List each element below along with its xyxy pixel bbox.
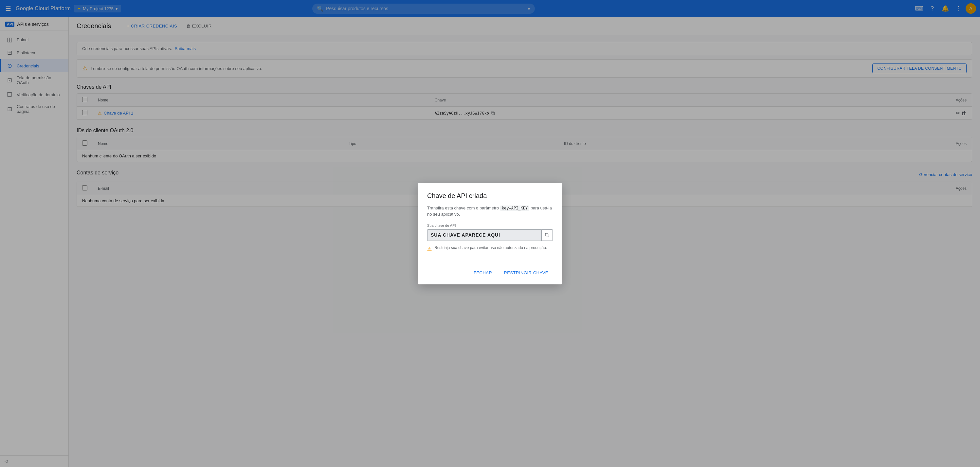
modal-actions: FECHAR RESTRINGIR CHAVE: [418, 268, 562, 284]
restrict-warning-text: Restrinja sua chave para evitar uso não …: [434, 245, 547, 250]
api-key-field-label: Sua chave de API: [427, 224, 553, 227]
copy-api-key-button[interactable]: ⧉: [541, 230, 552, 241]
restrict-key-button[interactable]: RESTRINGIR CHAVE: [499, 268, 553, 278]
restrict-warning: ⚠ Restrinja sua chave para evitar uso nã…: [427, 245, 553, 252]
restrict-warning-icon: ⚠: [427, 246, 432, 252]
modal-description: Transfira esta chave com o parâmetro key…: [427, 205, 553, 218]
api-key-created-modal: Chave de API criada Transfira esta chave…: [418, 183, 562, 284]
api-key-input-row: ⧉: [427, 229, 553, 241]
modal-title: Chave de API criada: [427, 192, 553, 200]
modal-desc-text: Transfira esta chave com o parâmetro: [427, 205, 499, 210]
close-modal-button[interactable]: FECHAR: [469, 268, 496, 278]
api-key-field[interactable]: [428, 230, 541, 240]
modal-overlay[interactable]: Chave de API criada Transfira esta chave…: [0, 0, 980, 467]
modal-param-code: key=API_KEY: [500, 205, 529, 211]
modal-body: Chave de API criada Transfira esta chave…: [418, 183, 562, 268]
